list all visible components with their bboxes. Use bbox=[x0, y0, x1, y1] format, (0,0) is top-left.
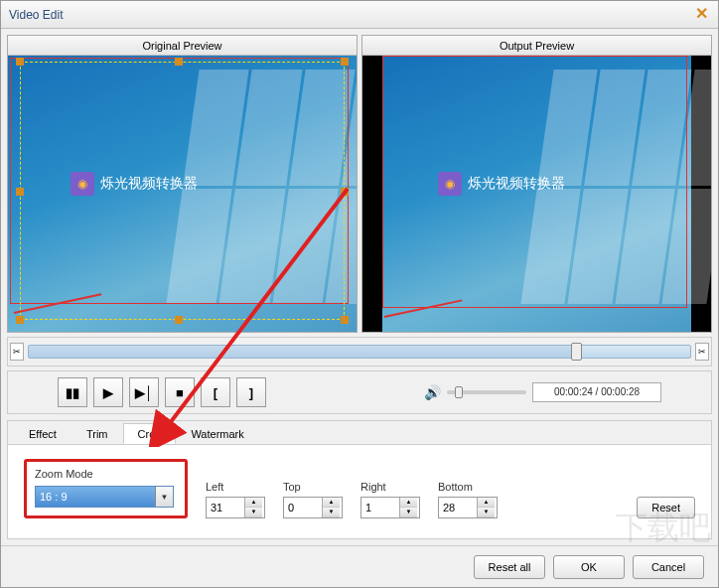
bottom-input[interactable] bbox=[439, 502, 477, 514]
right-input[interactable] bbox=[361, 502, 399, 514]
bottom-down-icon[interactable]: ▼ bbox=[478, 508, 495, 517]
original-preview-pane: Original Preview 烁光视频转换器 bbox=[7, 35, 358, 333]
zoom-mode-highlight: Zoom Mode 16 : 9 ▼ bbox=[24, 459, 188, 518]
stop-button[interactable]: ■ bbox=[165, 377, 195, 407]
reset-all-button[interactable]: Reset all bbox=[474, 555, 545, 579]
pause-button[interactable]: ▮▮ bbox=[58, 377, 87, 407]
timeline-cursor[interactable] bbox=[571, 343, 582, 361]
volume-icon[interactable]: 🔊 bbox=[424, 384, 441, 400]
left-down-icon[interactable]: ▼ bbox=[245, 508, 262, 517]
right-down-icon[interactable]: ▼ bbox=[400, 508, 417, 517]
crop-selection[interactable] bbox=[20, 62, 345, 320]
cancel-button[interactable]: Cancel bbox=[633, 555, 704, 579]
top-up-icon[interactable]: ▲ bbox=[323, 498, 340, 508]
reset-button[interactable]: Reset bbox=[637, 497, 695, 518]
bottom-up-icon[interactable]: ▲ bbox=[478, 498, 495, 508]
crop-handle-mr[interactable] bbox=[341, 188, 349, 196]
output-preview: 烁光视频转换器 bbox=[362, 56, 711, 332]
crop-handle-tl[interactable] bbox=[16, 58, 24, 66]
bottom-label: Bottom bbox=[438, 481, 498, 493]
tab-effect[interactable]: Effect bbox=[14, 423, 72, 444]
tab-trim[interactable]: Trim bbox=[72, 423, 123, 444]
original-preview-label: Original Preview bbox=[8, 36, 357, 56]
crop-panel: Zoom Mode 16 : 9 ▼ Left ▲▼ bbox=[8, 445, 711, 538]
timeline: ✂ ✂ bbox=[7, 337, 712, 367]
close-icon[interactable]: ✕ bbox=[692, 6, 710, 24]
window-title: Video Edit bbox=[9, 8, 692, 22]
crop-handle-bl[interactable] bbox=[16, 316, 24, 324]
mark-out-icon[interactable]: ✂ bbox=[695, 343, 709, 361]
zoom-mode-label: Zoom Mode bbox=[35, 468, 177, 480]
crop-handle-bm[interactable] bbox=[175, 316, 183, 324]
left-label: Left bbox=[206, 481, 265, 493]
tab-crop[interactable]: Crop bbox=[123, 423, 177, 444]
top-down-icon[interactable]: ▼ bbox=[323, 508, 340, 517]
time-display: 00:00:24 / 00:00:28 bbox=[532, 382, 661, 402]
crop-handle-tm[interactable] bbox=[175, 58, 183, 66]
output-preview-pane: Output Preview 烁光视频转换器 bbox=[361, 35, 712, 333]
dialog-buttons: Reset all OK Cancel bbox=[1, 545, 718, 587]
play-button[interactable]: ▶ bbox=[93, 377, 123, 407]
right-up-icon[interactable]: ▲ bbox=[400, 498, 417, 508]
left-up-icon[interactable]: ▲ bbox=[245, 498, 262, 508]
bracket-out-button[interactable]: ] bbox=[236, 377, 266, 407]
zoom-mode-value: 16 : 9 bbox=[40, 491, 68, 503]
titlebar: Video Edit ✕ bbox=[1, 1, 718, 29]
right-label: Right bbox=[360, 481, 420, 493]
left-input[interactable] bbox=[207, 502, 244, 514]
zoom-mode-select[interactable]: 16 : 9 ▼ bbox=[35, 486, 174, 508]
original-preview[interactable]: 烁光视频转换器 bbox=[8, 56, 357, 332]
timeline-track[interactable] bbox=[28, 345, 691, 359]
top-spinner[interactable]: ▲▼ bbox=[283, 497, 343, 518]
top-input[interactable] bbox=[284, 502, 322, 514]
crop-handle-tr[interactable] bbox=[341, 58, 349, 66]
bracket-in-button[interactable]: [ bbox=[201, 377, 230, 407]
mark-in-icon[interactable]: ✂ bbox=[10, 343, 24, 361]
volume-slider[interactable] bbox=[447, 390, 526, 394]
output-preview-label: Output Preview bbox=[362, 36, 711, 56]
volume-thumb[interactable] bbox=[455, 386, 463, 398]
tab-strip: Effect Trim Crop Watermark bbox=[8, 421, 711, 445]
left-spinner[interactable]: ▲▼ bbox=[206, 497, 265, 518]
step-button[interactable]: ▶│ bbox=[129, 377, 159, 407]
bottom-spinner[interactable]: ▲▼ bbox=[438, 497, 498, 518]
chevron-down-icon[interactable]: ▼ bbox=[155, 487, 173, 507]
right-spinner[interactable]: ▲▼ bbox=[360, 497, 420, 518]
playback-controls: ▮▮ ▶ ▶│ ■ [ ] 🔊 00:00:24 / 00:00:28 bbox=[7, 370, 712, 414]
crop-handle-ml[interactable] bbox=[16, 188, 24, 196]
crop-handle-br[interactable] bbox=[341, 316, 349, 324]
tab-watermark[interactable]: Watermark bbox=[176, 423, 258, 444]
ok-button[interactable]: OK bbox=[553, 555, 625, 579]
top-label: Top bbox=[283, 481, 343, 493]
